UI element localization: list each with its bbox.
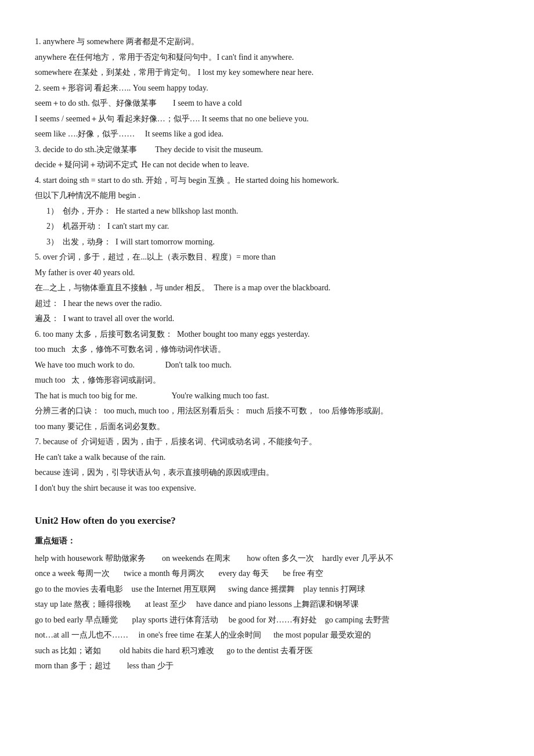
- line-12: 1） 创办，开办： He started a new bllkshop last…: [35, 204, 499, 219]
- line-26: too many 要记住，后面名词必复数。: [35, 420, 499, 434]
- line-21: too much 太多，修饰不可数名词，修饰动词作状语。: [35, 343, 499, 357]
- line-30: I don't buy the shirt because it was too…: [35, 481, 499, 496]
- line-16: My father is over 40 years old.: [35, 266, 499, 280]
- line-23: much too 太，修饰形容词或副词。: [35, 373, 499, 388]
- line-6: I seems / seemed＋从句 看起来好像…；似乎…. It seems…: [35, 112, 499, 127]
- line-3: somewhere 在某处，到某处，常用于肯定句。 I lost my key …: [35, 66, 499, 80]
- phrase-7: such as 比如；诸如 old habits die hard 积习难改 g…: [35, 644, 499, 658]
- line-9: decide＋疑问词＋动词不定式 He can not decide when …: [35, 158, 499, 172]
- line-27: 7. because of 介词短语，因为，由于，后接名词、代词或动名词，不能接…: [35, 435, 499, 449]
- unit2-subtitle: 重点短语：: [35, 534, 499, 548]
- unit2-title: Unit2 How often do you exercise?: [35, 513, 499, 530]
- line-4: 2. seem＋形容词 看起来….. You seem happy today.: [35, 81, 499, 96]
- line-18: 超过： I hear the news over the radio.: [35, 297, 499, 311]
- line-10: 4. start doing sth = start to do sth. 开始…: [35, 174, 499, 188]
- line-7: seem like ….好像，似乎…… It seems like a god …: [35, 127, 499, 142]
- section-grammar: 1. anywhere 与 somewhere 两者都是不定副词。 anywhe…: [35, 35, 499, 495]
- line-13: 2） 机器开动： I can't start my car.: [35, 219, 499, 234]
- line-24: The hat is much too big for me. You're w…: [35, 389, 499, 404]
- section-unit2: Unit2 How often do you exercise? 重点短语： h…: [35, 513, 499, 674]
- line-25: 分辨三者的口诀： too much, much too，用法区别看后头： muc…: [35, 404, 499, 419]
- line-22: We have too much work to do. Don't talk …: [35, 358, 499, 373]
- phrase-4: stay up late 熬夜；睡得很晚 at least 至少 have da…: [35, 597, 499, 612]
- line-17: 在...之上，与物体垂直且不接触，与 under 相反。 There is a …: [35, 281, 499, 296]
- line-2: anywhere 在任何地方， 常用于否定句和疑问句中。I can't find…: [35, 51, 499, 65]
- line-15: 5. over 介词，多于，超过，在...以上（表示数目、程度）= more t…: [35, 250, 499, 265]
- line-29: because 连词，因为，引导状语从句，表示直接明确的原因或理由。: [35, 466, 499, 480]
- line-8: 3. decide to do sth.决定做某事 They decide to…: [35, 143, 499, 157]
- phrase-1: help with housework 帮助做家务 on weekends 在周…: [35, 552, 499, 566]
- line-1: 1. anywhere 与 somewhere 两者都是不定副词。: [35, 35, 499, 49]
- phrase-2: once a week 每周一次 twice a month 每月两次 ever…: [35, 567, 499, 581]
- phrase-8: morn than 多于；超过 less than 少于: [35, 659, 499, 674]
- phrase-6: not…at all 一点儿也不…… in one's free time 在某…: [35, 628, 499, 643]
- line-19: 遍及： I want to travel all over the world.: [35, 312, 499, 326]
- line-14: 3） 出发，动身： I will start tomorrow morning.: [35, 235, 499, 250]
- page-content: 1. anywhere 与 somewhere 两者都是不定副词。 anywhe…: [35, 35, 499, 674]
- phrase-5: go to bed early 早点睡觉 play sports 进行体育活动 …: [35, 613, 499, 628]
- line-5: seem＋to do sth. 似乎、好像做某事 I seem to have …: [35, 96, 499, 111]
- phrase-3: go to the movies 去看电影 use the Internet 用…: [35, 582, 499, 597]
- line-28: He can't take a walk because of the rain…: [35, 451, 499, 465]
- line-11: 但以下几种情况不能用 begin .: [35, 189, 499, 203]
- line-20: 6. too many 太多，后接可数名词复数： Mother bought t…: [35, 327, 499, 342]
